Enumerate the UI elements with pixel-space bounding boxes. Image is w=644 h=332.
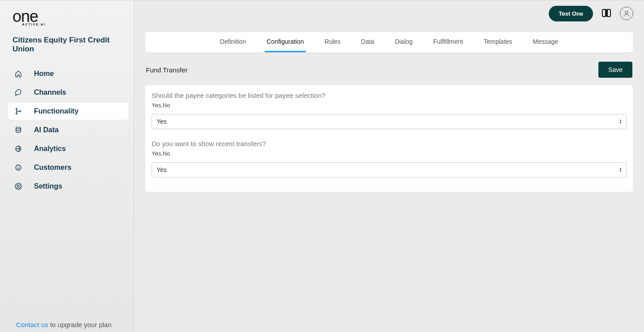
sidebar-item-home[interactable]: Home	[8, 65, 128, 82]
question-label: Do you want to show recent transfers?	[152, 140, 627, 147]
sidebar-item-label: Settings	[34, 182, 62, 190]
tab-message[interactable]: Message	[531, 32, 560, 52]
svg-point-9	[625, 11, 628, 14]
main: Test One Definition Configuration Rules …	[134, 0, 644, 332]
svg-point-7	[19, 167, 20, 167]
tab-dialog[interactable]: Dialog	[393, 32, 415, 52]
topbar: Test One	[134, 0, 644, 26]
tree-icon	[14, 107, 22, 115]
sidebar: one ACTIVE.Ai Citizens Equity First Cred…	[0, 0, 134, 332]
svg-point-5	[16, 165, 21, 170]
question-hint: Yes,No	[152, 150, 627, 157]
svg-point-3	[16, 127, 21, 129]
logo-main: one	[13, 9, 121, 24]
sidebar-item-label: Analytics	[34, 145, 66, 153]
test-one-button[interactable]: Test One	[549, 6, 593, 21]
sidebar-item-channels[interactable]: Channels	[8, 84, 128, 101]
sidebar-nav: Home Channels Functionality AI Data	[0, 58, 134, 197]
page-title: Fund Transfer	[146, 66, 187, 74]
sidebar-footer: Contact us to upgrade your plan	[0, 321, 134, 332]
tabs: Definition Configuration Rules Data Dial…	[145, 32, 633, 53]
sidebar-item-customers[interactable]: Customers	[8, 159, 128, 176]
question-label: Should the payee categories be listed fo…	[152, 92, 627, 99]
svg-point-1	[16, 113, 17, 114]
tab-definition[interactable]: Definition	[218, 32, 248, 52]
tab-data[interactable]: Data	[359, 32, 376, 52]
question-hint: Yes,No	[152, 102, 627, 109]
tab-fullfillment[interactable]: Fullfillment	[432, 32, 465, 52]
form-group-payee-categories: Should the payee categories be listed fo…	[152, 92, 627, 129]
form-card: Should the payee categories be listed fo…	[145, 85, 633, 192]
svg-point-6	[17, 167, 18, 167]
sidebar-item-settings[interactable]: Settings	[8, 178, 128, 195]
logo: one ACTIVE.Ai	[0, 7, 134, 26]
upgrade-text: to upgrade your plan	[48, 321, 112, 328]
sidebar-item-ai-data[interactable]: AI Data	[8, 122, 128, 139]
sidebar-item-functionality[interactable]: Functionality	[8, 103, 128, 120]
tab-rules[interactable]: Rules	[323, 32, 343, 52]
form-group-recent-transfers: Do you want to show recent transfers? Ye…	[152, 140, 627, 177]
contact-us-link[interactable]: Contact us	[16, 321, 48, 328]
home-icon	[14, 70, 22, 78]
section-header: Fund Transfer Save	[145, 53, 633, 85]
payee-categories-select[interactable]: Yes	[152, 114, 627, 129]
database-icon	[14, 126, 22, 134]
globe-icon	[14, 145, 22, 153]
tab-configuration[interactable]: Configuration	[265, 32, 305, 52]
svg-point-2	[20, 111, 21, 112]
org-name: Citizens Equity First Credit Union	[0, 26, 134, 58]
avatar[interactable]	[620, 7, 633, 20]
save-button[interactable]: Save	[598, 62, 632, 78]
chat-icon	[14, 88, 22, 97]
sidebar-item-label: AI Data	[34, 126, 59, 134]
sidebar-item-label: Home	[34, 70, 54, 78]
content: Definition Configuration Rules Data Dial…	[134, 26, 644, 332]
sidebar-item-analytics[interactable]: Analytics	[8, 140, 128, 157]
svg-point-0	[16, 108, 17, 109]
smiley-icon	[14, 164, 22, 172]
gear-icon	[14, 182, 22, 190]
svg-point-8	[17, 185, 19, 187]
tab-templates[interactable]: Templates	[482, 32, 514, 52]
sidebar-item-label: Functionality	[34, 107, 79, 115]
recent-transfers-select[interactable]: Yes	[152, 162, 627, 177]
sidebar-item-label: Channels	[34, 88, 66, 97]
docs-icon[interactable]	[600, 7, 613, 20]
sidebar-item-label: Customers	[34, 164, 72, 172]
